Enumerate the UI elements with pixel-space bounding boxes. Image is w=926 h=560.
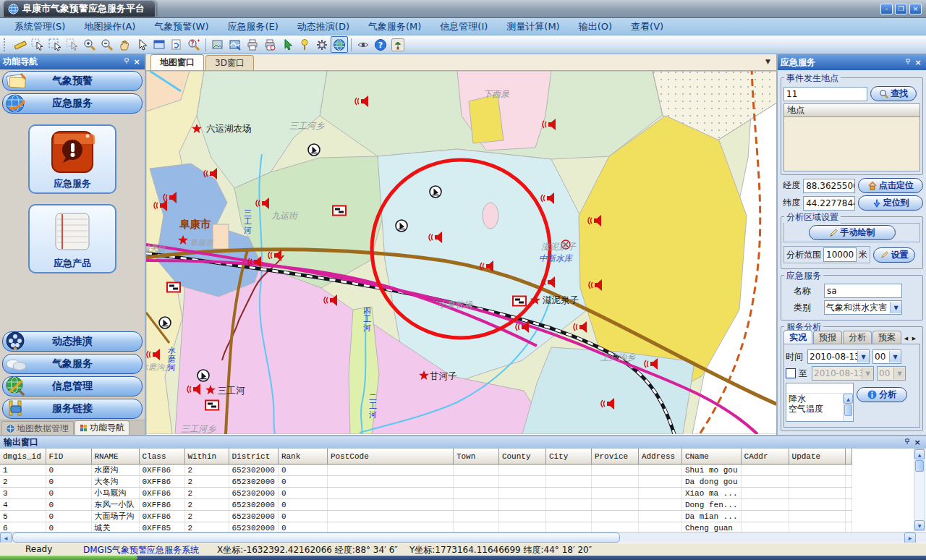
help-icon[interactable]: ?	[372, 36, 389, 53]
refresh-view-icon[interactable]	[168, 36, 185, 53]
output-table[interactable]: dmgis_idFIDRNAMEClassWithinDistrictRankP…	[0, 449, 852, 532]
maximize-button[interactable]: ❐	[895, 4, 907, 14]
menu-map-ops[interactable]: 地图操作(A)	[75, 19, 144, 35]
to-checkbox[interactable]	[786, 368, 796, 378]
menu-output[interactable]: 输出(O)	[570, 19, 621, 35]
scroll-up-icon[interactable]: ▲	[914, 449, 925, 459]
column-header-Within[interactable]: Within	[184, 449, 229, 464]
column-header-CAddr[interactable]: CAddr	[741, 449, 789, 464]
minimize-button[interactable]: –	[880, 4, 893, 14]
table-row[interactable]: 20大冬沟0XFF8626523020000Da dong gou	[0, 476, 851, 488]
menu-weather-service[interactable]: 气象服务(M)	[360, 19, 430, 35]
tab-scroll-left-icon[interactable]: ◀	[902, 334, 910, 344]
tab-live[interactable]: 实况	[783, 330, 812, 344]
scroll-right-icon[interactable]: ▶	[904, 533, 916, 543]
close-panel-icon[interactable]: ×	[913, 58, 923, 67]
export-image-icon[interactable]	[209, 36, 226, 53]
deselect-cursor-icon[interactable]	[64, 36, 81, 53]
element-list-scrollbar[interactable]: ▲	[843, 394, 853, 421]
tree-view-icon[interactable]	[389, 36, 407, 53]
output-horizontal-scrollbar[interactable]: ◀ ▶	[0, 532, 926, 543]
menu-emergency[interactable]: 应急服务(E)	[218, 19, 286, 35]
column-header-FID[interactable]: FID	[46, 449, 91, 464]
locate-to-button[interactable]: 定位到	[858, 195, 923, 211]
table-row[interactable]: 50大面场子沟0XFF8626523020000Da mian ...	[0, 511, 851, 522]
select-box-cursor-icon[interactable]	[46, 36, 64, 53]
menu-system[interactable]: 系统管理(S)	[6, 19, 74, 35]
dropdown-icon[interactable]: ▼	[857, 351, 869, 362]
longitude-input[interactable]: 88.36255063	[803, 179, 855, 193]
date-from-select[interactable]: 2010-08-13 ▼	[807, 349, 870, 364]
scroll-thumb[interactable]	[12, 533, 620, 543]
pin-icon[interactable]	[902, 438, 912, 447]
tab-map-data-management[interactable]: 地图数据管理	[1, 421, 74, 435]
menu-view[interactable]: 查看(V)	[622, 19, 672, 35]
pin-icon[interactable]	[122, 57, 132, 67]
zoom-in-icon[interactable]	[81, 36, 98, 53]
nav-weather-warning[interactable]: 气象预警	[2, 71, 143, 91]
scroll-down-icon[interactable]: ▼	[914, 520, 925, 530]
select-cursor-icon[interactable]	[29, 36, 46, 53]
print-icon[interactable]	[244, 36, 261, 53]
globe-3d-icon[interactable]	[331, 36, 348, 53]
column-header-Rank[interactable]: Rank	[278, 449, 327, 464]
tab-plan[interactable]: 预案	[872, 331, 901, 344]
table-row[interactable]: 40东风一小队0XFF8626523020000Dong fen...	[0, 499, 851, 511]
menu-weather-warning[interactable]: 气象预警(W)	[145, 19, 217, 35]
column-header-RNAME[interactable]: RNAME	[91, 449, 139, 464]
tab-function-nav[interactable]: 功能导航	[75, 420, 129, 435]
emergency-product-button[interactable]: 应急产品	[28, 204, 116, 273]
green-pointer-icon[interactable]	[279, 36, 296, 53]
nav-service-links[interactable]: 服务链接	[2, 399, 143, 419]
tab-list-dropdown-icon[interactable]: ▼	[765, 58, 770, 65]
date-to-select[interactable]: 2010-08-13 ▼	[812, 366, 874, 381]
analyze-button[interactable]: 分析	[857, 387, 907, 402]
visibility-eye-icon[interactable]	[354, 36, 372, 53]
scroll-left-icon[interactable]: ◀	[0, 533, 12, 543]
hour-to-select[interactable]: 00 ▼	[877, 366, 906, 381]
nav-info-management[interactable]: 信息管理	[2, 376, 143, 396]
zoom-query-icon[interactable]: ?	[185, 36, 203, 53]
place-list[interactable]	[783, 116, 920, 171]
marker-pin-icon[interactable]	[296, 36, 313, 53]
column-header-District[interactable]: District	[229, 449, 278, 464]
column-header-Town[interactable]: Town	[453, 449, 498, 464]
close-panel-icon[interactable]: ×	[912, 438, 922, 447]
full-extent-icon[interactable]	[150, 36, 168, 53]
dropdown-icon[interactable]: ▼	[889, 351, 901, 362]
table-row[interactable]: 10水磨沟0XFF8626523020000Shui mo gou	[0, 464, 851, 476]
tab-map-window[interactable]: 地图窗口	[150, 54, 204, 70]
set-range-button[interactable]: 设置	[873, 247, 915, 263]
table-row[interactable]: 30小马厩沟0XFF8626523020000Xiao ma ...	[0, 488, 851, 499]
map-canvas[interactable]: 六运湖农场三工河乡下西泉九运街阜康市阜康市城关镇滋泥泉子中新水库滋泥泉子小泉牧场…	[146, 71, 776, 435]
column-header-County[interactable]: County	[498, 449, 545, 464]
menu-info[interactable]: 信息管理(I)	[431, 19, 496, 35]
column-header-Class[interactable]: Class	[139, 449, 184, 464]
service-type-select[interactable]: 气象和洪水灾害 ▼	[824, 300, 902, 315]
search-button[interactable]: 查找	[870, 86, 917, 101]
analysis-range-input[interactable]: 10000	[823, 247, 857, 262]
manual-draw-button[interactable]: 手动绘制	[809, 225, 896, 240]
measure-ruler-icon[interactable]	[12, 36, 29, 53]
element-list[interactable]: 降水 空气温度 ▲	[786, 383, 854, 422]
nav-emergency-service[interactable]: 应急服务	[2, 93, 143, 114]
menu-measure[interactable]: 测量计算(M)	[498, 19, 568, 35]
location-search-input[interactable]: 11	[783, 87, 867, 101]
tab-3d-window[interactable]: 3D窗口	[205, 55, 254, 70]
menu-dynamic[interactable]: 动态推演(D)	[289, 19, 358, 35]
hour-from-select[interactable]: 00 ▼	[872, 349, 901, 364]
scroll-thumb[interactable]	[915, 460, 924, 472]
close-panel-icon[interactable]: ×	[132, 57, 142, 67]
emergency-service-button[interactable]: 应急服务	[28, 124, 116, 194]
zoom-out-icon[interactable]	[98, 36, 116, 53]
column-header-CName[interactable]: CName	[681, 449, 741, 464]
pin-icon[interactable]	[903, 58, 913, 67]
nav-weather-service[interactable]: 气象服务	[2, 354, 143, 374]
latitude-input[interactable]: 44.22778446	[803, 196, 855, 211]
column-header-dmgis_id[interactable]: dmgis_id	[0, 449, 46, 464]
scroll-thumb[interactable]	[844, 404, 852, 416]
service-name-input[interactable]: sa	[824, 284, 902, 298]
settings-gear-icon[interactable]	[313, 36, 331, 53]
table-row[interactable]: 60城关0XFF8526523020000Cheng guan	[0, 522, 851, 533]
export-map-icon[interactable]	[226, 36, 244, 53]
